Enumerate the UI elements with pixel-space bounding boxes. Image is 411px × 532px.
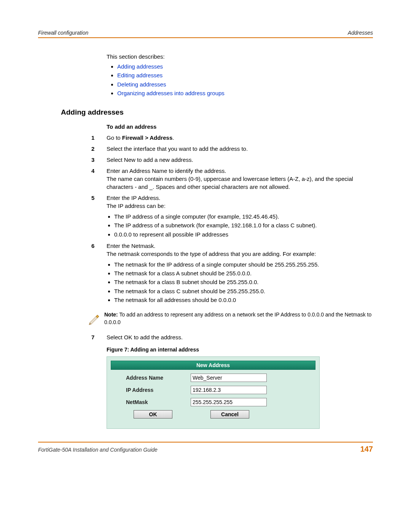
- figure-row-mask: NetMask: [126, 398, 308, 406]
- steps-list-cont: 7 Select OK to add the address.: [91, 333, 373, 341]
- list-item: 0.0.0.0 to represent all possible IP add…: [114, 230, 373, 239]
- address-name-label: Address Name: [126, 375, 191, 381]
- figure-body: Address Name IP Address NetMask OK Cance…: [111, 370, 315, 425]
- toc-link-organizing[interactable]: Organizing addresses into address groups: [117, 90, 225, 96]
- step-number: 7: [91, 333, 107, 341]
- ok-button[interactable]: OK: [134, 410, 172, 419]
- list-item: The netmask for a class C subnet should …: [114, 287, 373, 296]
- note-text: Note: To add an address to represent any…: [104, 311, 373, 326]
- step-body: Select OK to add the address.: [107, 333, 373, 341]
- list-item: The netmask for a class B subnet should …: [114, 278, 373, 286]
- list-item: The netmask for all addresses should be …: [114, 296, 373, 304]
- step-4: 4 Enter an Address Name to identify the …: [91, 167, 373, 191]
- step-number: 2: [91, 145, 107, 153]
- netmask-label: NetMask: [126, 399, 191, 405]
- step-6: 6 Enter the Netmask. The netmask corresp…: [91, 242, 373, 304]
- step-body: Select New to add a new address.: [107, 156, 373, 164]
- figure-button-row: OK Cancel: [134, 410, 308, 419]
- step-body: Go to Firewall > Address.: [107, 134, 373, 142]
- step5-bullets: The IP address of a single computer (for…: [114, 212, 373, 239]
- figure-caption: Figure 7: Adding an internal address: [107, 347, 373, 353]
- step-number: 4: [91, 167, 107, 191]
- figure-row-ip: IP Address: [126, 386, 308, 394]
- procedure-title: To add an address: [107, 123, 373, 130]
- running-header: Firewall configuration Addresses: [38, 30, 373, 38]
- figure-titlebar: New Address: [111, 361, 315, 370]
- list-item: The netmask for the IP address of a sing…: [114, 260, 373, 269]
- step-2: 2 Select the interface that you want to …: [91, 145, 373, 153]
- toc-link-editing[interactable]: Editing addresses: [117, 72, 162, 78]
- step-5: 5 Enter the IP Address. The IP address c…: [91, 194, 373, 239]
- list-item: The IP address of a subnetwork (for exam…: [114, 221, 373, 230]
- cancel-button[interactable]: Cancel: [210, 410, 249, 419]
- step-3: 3 Select New to add a new address.: [91, 156, 373, 164]
- step-7: 7 Select OK to add the address.: [91, 333, 373, 341]
- ip-address-field[interactable]: [191, 386, 267, 394]
- running-footer: FortiGate-50A Installation and Configura…: [38, 442, 373, 454]
- note-block: Note: To add an address to represent any…: [88, 311, 373, 328]
- step-number: 1: [91, 134, 107, 142]
- toc-link-adding[interactable]: Adding addresses: [117, 63, 163, 70]
- step-body: Enter an Address Name to identify the ad…: [107, 167, 373, 191]
- header-left: Firewall configuration: [38, 30, 88, 36]
- toc-list: Adding addresses Editing addresses Delet…: [107, 62, 369, 97]
- toc-intro: This section describes:: [107, 53, 369, 60]
- toc-link-deleting[interactable]: Deleting addresses: [117, 81, 166, 88]
- step-body: Select the interface that you want to ad…: [107, 145, 373, 153]
- header-right: Addresses: [348, 30, 373, 36]
- step-number: 6: [91, 242, 107, 304]
- note-label: Note:: [104, 312, 118, 318]
- ip-address-label: IP Address: [126, 387, 191, 393]
- step6-bullets: The netmask for the IP address of a sing…: [114, 260, 373, 304]
- footer-title: FortiGate-50A Installation and Configura…: [38, 447, 158, 453]
- figure-panel: New Address Address Name IP Address NetM…: [107, 356, 320, 429]
- address-name-field[interactable]: [191, 374, 267, 382]
- toc-block: This section describes: Adding addresses…: [107, 53, 369, 97]
- note-icon: [88, 311, 104, 328]
- figure-row-name: Address Name: [126, 374, 308, 382]
- netmask-field[interactable]: [191, 398, 267, 406]
- page: Firewall configuration Addresses This se…: [0, 0, 411, 532]
- list-item: The netmask for a class A subnet should …: [114, 269, 373, 278]
- list-item: The IP address of a single computer (for…: [114, 212, 373, 221]
- step-1: 1 Go to Firewall > Address.: [91, 134, 373, 142]
- step-number: 5: [91, 194, 107, 239]
- steps-list: 1 Go to Firewall > Address. 2 Select the…: [91, 134, 373, 304]
- page-number: 147: [360, 445, 373, 454]
- step-body: Enter the IP Address. The IP address can…: [107, 194, 373, 239]
- section-heading: Adding addresses: [61, 108, 373, 117]
- step-body: Enter the Netmask. The netmask correspon…: [107, 242, 373, 304]
- step-number: 3: [91, 156, 107, 164]
